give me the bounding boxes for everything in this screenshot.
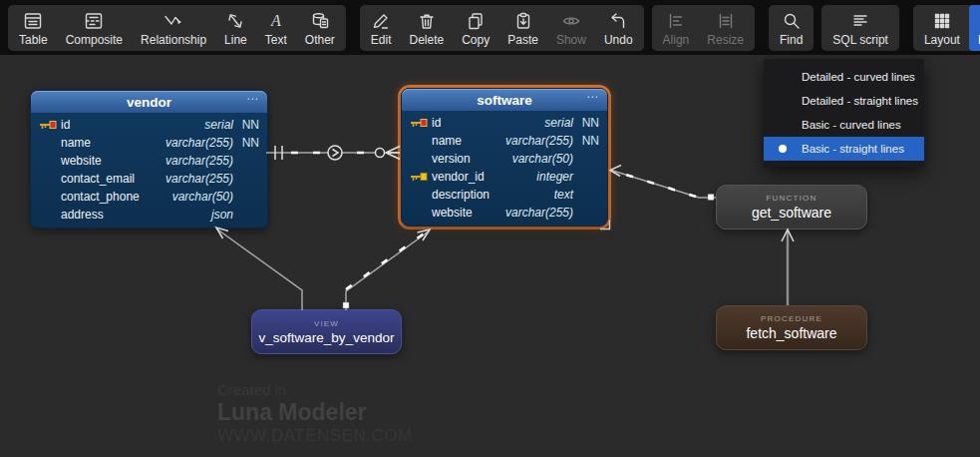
column-type: varchar(255): [165, 172, 233, 186]
entity-software-body: id serial NN name varchar(255) NN versio…: [402, 111, 607, 226]
column-type: varchar(255): [165, 154, 233, 168]
paste-icon: [513, 9, 533, 33]
table-row[interactable]: contact_phone varchar(50): [31, 188, 267, 206]
toolbar-group-create: Table Composite Relationship Line A Text…: [8, 5, 346, 51]
entity-vendor[interactable]: vendor ⋯ id serial NN name varchar(255) …: [30, 90, 268, 228]
delete-button[interactable]: Delete: [401, 5, 454, 51]
selected-radio-icon: [779, 145, 787, 153]
toolbar-group-view: Layout Line mode Display: [913, 5, 980, 51]
table-row[interactable]: vendor_id integer: [402, 168, 607, 186]
undo-arrow-icon: [608, 9, 628, 33]
table-row[interactable]: version varchar(50): [402, 150, 607, 168]
entity-title: vendor: [127, 95, 171, 110]
procedure-fetch-software[interactable]: PROCEDURE fetch_software: [716, 305, 867, 350]
layout-button[interactable]: Layout: [915, 5, 969, 51]
relationship-icon: [163, 9, 183, 33]
object-kind-label: FUNCTION: [767, 194, 817, 203]
column-type: json: [211, 208, 233, 222]
object-name: get_software: [752, 205, 831, 221]
column-type: integer: [536, 170, 573, 184]
edit-button[interactable]: Edit: [362, 5, 401, 51]
function-get-software[interactable]: FUNCTION get_software: [716, 185, 867, 229]
column-name: name: [61, 136, 165, 150]
menu-item-basic-straight[interactable]: Basic - straight lines: [764, 137, 924, 161]
primary-key-icon: [39, 120, 61, 130]
menu-item-basic-curved[interactable]: Basic - curved lines: [764, 113, 924, 137]
watermark-line2: Luna Modeler: [217, 399, 413, 425]
composite-button[interactable]: Composite: [57, 5, 132, 51]
column-type: varchar(50): [512, 152, 573, 166]
menu-item-detailed-curved[interactable]: Detailed - curved lines: [764, 65, 924, 89]
toolbar-group-arrange: Align Resize: [652, 5, 755, 51]
table-row[interactable]: description text: [402, 186, 607, 204]
view-v-software-by-vendor[interactable]: VIEW v_software_by_vendor: [251, 309, 402, 354]
composite-icon: [84, 9, 104, 33]
column-name: address: [61, 208, 211, 222]
text-icon: A: [266, 9, 286, 33]
column-name: website: [61, 154, 165, 168]
toolbar-group-find: Find: [769, 5, 814, 51]
line-button[interactable]: Line: [215, 5, 256, 51]
column-name: id: [61, 118, 204, 132]
find-button[interactable]: Find: [771, 5, 812, 51]
toolbar-group-edit: Edit Delete Copy Paste Show Undo: [360, 5, 644, 51]
entity-vendor-header[interactable]: vendor ⋯: [31, 91, 267, 113]
align-icon: [666, 9, 686, 33]
layout-grid-icon: [932, 9, 952, 33]
other-button[interactable]: Other: [296, 5, 344, 51]
column-name: description: [432, 188, 554, 202]
column-nn: NN: [233, 136, 259, 150]
column-name: version: [432, 152, 512, 166]
line-icon: [225, 9, 245, 33]
column-type: serial: [544, 116, 573, 130]
watermark-line1: Created in: [217, 381, 413, 399]
paste-button[interactable]: Paste: [498, 5, 547, 51]
relationship-button[interactable]: Relationship: [132, 5, 215, 51]
table-icon: [23, 9, 43, 33]
table-row[interactable]: name varchar(255) NN: [402, 132, 607, 150]
table-row[interactable]: name varchar(255) NN: [31, 134, 267, 152]
other-objects-icon: [310, 9, 330, 33]
table-row[interactable]: website varchar(255): [402, 204, 607, 222]
watermark: Created in Luna Modeler WWW.DATENSEN.COM: [217, 381, 413, 447]
selection-outline: software ⋯ id serial NN name varchar(255…: [398, 85, 611, 229]
search-icon: [782, 9, 802, 33]
sql-script-button[interactable]: SQL script: [823, 5, 897, 51]
table-row[interactable]: id serial NN: [402, 114, 607, 132]
show-button: Show: [547, 5, 595, 51]
menu-item-detailed-straight[interactable]: Detailed - straight lines: [764, 89, 924, 113]
entity-title: software: [477, 93, 532, 108]
table-row[interactable]: address json: [31, 206, 267, 224]
eye-icon: [561, 9, 581, 33]
entity-vendor-body: id serial NN name varchar(255) NN websit…: [31, 113, 267, 228]
column-name: contact_phone: [61, 190, 172, 204]
column-type: text: [554, 188, 573, 202]
object-kind-label: VIEW: [314, 319, 339, 328]
entity-software[interactable]: software ⋯ id serial NN name varchar(255…: [401, 88, 608, 227]
table-row[interactable]: website varchar(255): [31, 152, 267, 170]
entity-software-header[interactable]: software ⋯: [402, 89, 607, 111]
table-row[interactable]: id serial NN: [31, 116, 267, 134]
primary-key-icon: [410, 118, 432, 128]
column-nn: NN: [233, 118, 259, 132]
entity-menu-icon[interactable]: ⋯: [586, 90, 599, 104]
column-name: vendor_id: [432, 170, 536, 184]
copy-icon: [466, 9, 486, 33]
foreign-key-icon: [410, 172, 432, 182]
table-row[interactable]: contact_email varchar(255): [31, 170, 267, 188]
column-type: varchar(255): [165, 136, 233, 150]
column-type: varchar(50): [172, 190, 233, 204]
copy-button[interactable]: Copy: [453, 5, 498, 51]
entity-menu-icon[interactable]: ⋯: [246, 92, 259, 106]
column-name: name: [432, 134, 505, 148]
resize-button: Resize: [698, 5, 753, 51]
text-button[interactable]: A Text: [256, 5, 296, 51]
column-nn: NN: [573, 116, 599, 130]
undo-button[interactable]: Undo: [595, 5, 642, 51]
table-button[interactable]: Table: [10, 5, 57, 51]
line-mode-button[interactable]: Line mode: [969, 5, 980, 51]
column-name: id: [432, 116, 544, 130]
watermark-line3: WWW.DATENSEN.COM: [217, 425, 413, 447]
object-name: fetch_software: [746, 325, 836, 341]
object-name: v_software_by_vendor: [259, 330, 395, 345]
